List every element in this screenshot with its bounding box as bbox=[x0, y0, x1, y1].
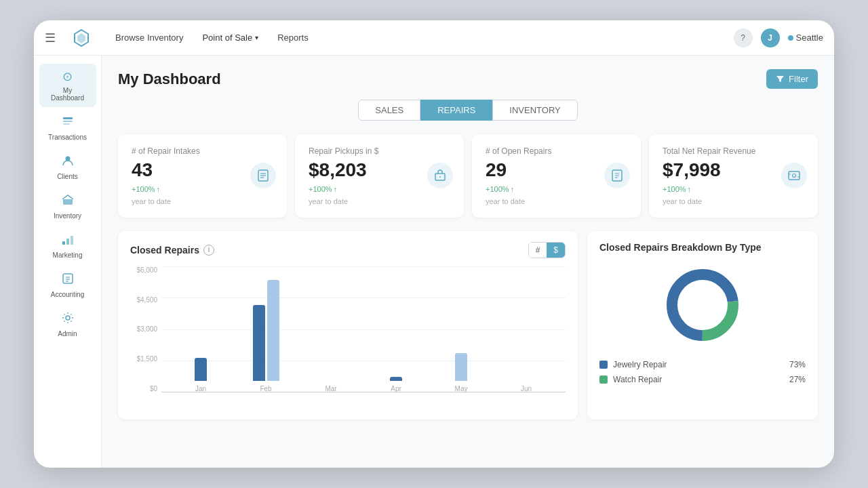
nav-right: ? J Seattle bbox=[734, 28, 823, 47]
bar-feb: Feb bbox=[252, 255, 279, 392]
stat-card-revenue-change: +100% ↑ bbox=[663, 185, 804, 193]
donut-container: Jewelry Repair 73% Watch Repair 27% bbox=[599, 261, 806, 384]
breakdown-chart: Closed Repairs Breakdown By Type bbox=[587, 231, 818, 420]
page-title: My Dashboard bbox=[118, 70, 221, 88]
main-content: My Dashboard Filter SALES REPAIRS INVENT… bbox=[102, 56, 834, 468]
sidebar-label-clients: Clients bbox=[57, 173, 78, 180]
stat-card-intakes-change: +100% ↑ bbox=[132, 185, 273, 193]
bar-jun: Jun bbox=[513, 255, 540, 392]
legend-pct-jewelry: 73% bbox=[789, 360, 806, 369]
nav-links: Browse Inventory Point of Sale ▾ Reports bbox=[107, 28, 717, 47]
stat-card-intakes: # of Repair Intakes 43 +100% ↑ year to d… bbox=[118, 134, 287, 218]
nav-reports[interactable]: Reports bbox=[269, 28, 317, 47]
sidebar-item-accounting[interactable]: Accounting bbox=[39, 267, 96, 304]
sidebar-label-inventory: Inventory bbox=[54, 212, 81, 220]
sidebar-label-admin: Admin bbox=[58, 330, 77, 338]
breakdown-chart-title: Closed Repairs Breakdown By Type bbox=[599, 242, 762, 253]
stat-card-intakes-title: # of Repair Intakes bbox=[132, 146, 273, 156]
transactions-icon bbox=[62, 115, 74, 131]
stat-card-revenue-title: Total Net Repair Revenue bbox=[663, 146, 804, 156]
stat-card-open-repairs-period: year to date bbox=[486, 197, 627, 205]
stat-card-pickups-change: +100% ↑ bbox=[309, 185, 450, 193]
bar-may-light bbox=[455, 353, 467, 381]
y-label-1500: $1,500 bbox=[130, 355, 161, 363]
closed-repairs-chart: Closed Repairs i # $ $6,000 $4,5 bbox=[118, 231, 578, 420]
filter-button[interactable]: Filter bbox=[766, 69, 818, 89]
charts-row: Closed Repairs i # $ $6,000 $4,5 bbox=[118, 231, 818, 420]
svg-marker-1 bbox=[77, 33, 85, 43]
inventory-icon bbox=[62, 194, 74, 209]
stat-card-open-repairs-change: +100% ↑ bbox=[486, 185, 627, 193]
tab-inventory[interactable]: INVENTORY bbox=[492, 100, 577, 121]
bar-mar-label: Mar bbox=[325, 385, 336, 392]
logo-icon bbox=[72, 28, 91, 47]
stat-card-pickups-title: Repair Pickups in $ bbox=[309, 146, 450, 156]
page-header: My Dashboard Filter bbox=[118, 69, 818, 89]
accounting-icon bbox=[62, 272, 74, 288]
stat-card-open-repairs-title: # of Open Repairs bbox=[486, 146, 627, 156]
stat-card-revenue: Total Net Repair Revenue $7,998 +100% ↑ … bbox=[649, 134, 818, 218]
sidebar-item-dashboard[interactable]: ⊙ My Dashboard bbox=[39, 64, 96, 107]
nav-point-of-sale[interactable]: Point of Sale ▾ bbox=[194, 28, 267, 47]
sidebar-label-marketing: Marketing bbox=[53, 251, 83, 259]
sidebar-label-dashboard: My Dashboard bbox=[47, 87, 88, 102]
bar-jun-label: Jun bbox=[521, 385, 532, 392]
legend-item-jewelry: Jewelry Repair 73% bbox=[599, 360, 806, 369]
stat-card-pickups-icon bbox=[427, 163, 453, 188]
sidebar-item-clients[interactable]: Clients bbox=[39, 149, 96, 186]
bar-chart: $6,000 $4,500 $3,000 $1,500 $0 bbox=[130, 266, 566, 409]
info-icon[interactable]: i bbox=[203, 245, 214, 256]
y-label-4500: $4,500 bbox=[130, 296, 161, 304]
bar-jan-dark bbox=[195, 358, 207, 380]
stat-card-open-repairs-icon bbox=[604, 163, 630, 188]
user-avatar[interactable]: J bbox=[761, 28, 780, 47]
legend-item-watch: Watch Repair 27% bbox=[599, 375, 806, 384]
stat-card-revenue-icon bbox=[781, 163, 807, 188]
marketing-icon bbox=[62, 233, 74, 249]
legend-label-watch: Watch Repair bbox=[613, 375, 662, 384]
svg-rect-4 bbox=[63, 123, 70, 125]
svg-rect-3 bbox=[63, 121, 73, 122]
toggle-dollar-button[interactable]: $ bbox=[547, 243, 565, 258]
y-label-6000: $6,000 bbox=[130, 266, 161, 274]
bar-may-label: May bbox=[455, 385, 468, 392]
dashboard-icon: ⊙ bbox=[62, 69, 73, 84]
admin-icon bbox=[62, 312, 74, 327]
tab-repairs[interactable]: REPAIRS bbox=[420, 100, 492, 121]
svg-rect-6 bbox=[63, 199, 73, 205]
bar-feb-label: Feb bbox=[260, 385, 271, 392]
stat-card-revenue-period: year to date bbox=[663, 197, 804, 205]
bar-may: May bbox=[448, 255, 475, 392]
top-nav: ☰ Browse Inventory Point of Sale ▾ Repor… bbox=[34, 20, 834, 56]
y-label-3000: $3,000 bbox=[130, 325, 161, 333]
donut-chart-svg bbox=[658, 261, 747, 349]
filter-icon bbox=[776, 75, 785, 83]
tab-sales[interactable]: SALES bbox=[358, 100, 420, 121]
stat-card-pickups-period: year to date bbox=[309, 197, 450, 205]
svg-rect-22 bbox=[789, 171, 800, 180]
bar-apr: Apr bbox=[382, 255, 410, 392]
bar-apr-label: Apr bbox=[391, 385, 401, 392]
sidebar-item-admin[interactable]: Admin bbox=[39, 306, 96, 343]
hamburger-icon[interactable]: ☰ bbox=[45, 30, 56, 45]
sidebar: ⊙ My Dashboard Transactions bbox=[34, 56, 102, 468]
sidebar-item-transactions[interactable]: Transactions bbox=[39, 110, 96, 146]
stat-card-pickups: Repair Pickups in $ $8,203 +100% ↑ year … bbox=[295, 134, 464, 218]
donut-legend: Jewelry Repair 73% Watch Repair 27% bbox=[599, 360, 806, 384]
stat-card-intakes-icon bbox=[250, 163, 276, 188]
stat-cards: # of Repair Intakes 43 +100% ↑ year to d… bbox=[118, 134, 818, 218]
sidebar-label-transactions: Transactions bbox=[48, 134, 87, 141]
stat-card-intakes-period: year to date bbox=[132, 197, 273, 205]
sidebar-item-inventory[interactable]: Inventory bbox=[39, 188, 96, 225]
svg-rect-9 bbox=[71, 236, 73, 245]
svg-rect-2 bbox=[63, 117, 73, 119]
bar-mar: Mar bbox=[317, 255, 344, 392]
help-button[interactable]: ? bbox=[734, 28, 753, 47]
bar-jan-label: Jan bbox=[195, 385, 206, 392]
sidebar-item-marketing[interactable]: Marketing bbox=[39, 228, 96, 264]
legend-pct-watch: 27% bbox=[789, 375, 806, 384]
legend-dot-jewelry bbox=[599, 361, 608, 369]
svg-rect-8 bbox=[66, 239, 69, 245]
nav-browse-inventory[interactable]: Browse Inventory bbox=[107, 28, 191, 47]
location-selector[interactable]: Seattle bbox=[788, 33, 823, 43]
